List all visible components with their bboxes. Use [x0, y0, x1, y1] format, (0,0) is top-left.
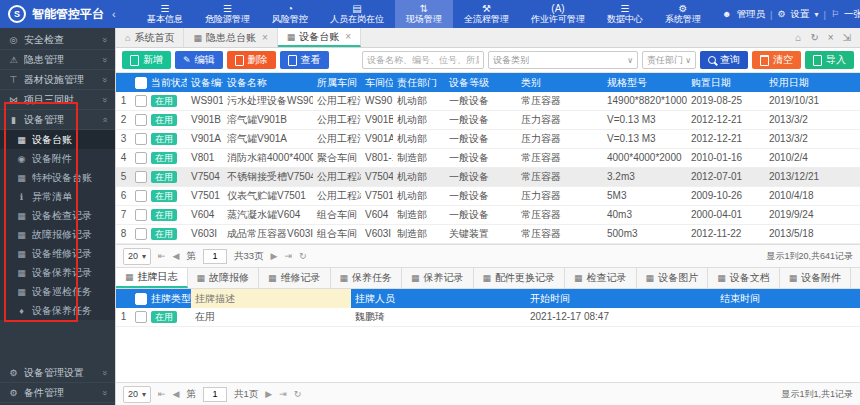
sidebar-group[interactable]: ⚙备件管理»: [0, 383, 115, 403]
topnav-item[interactable]: ▤人员在岗在位: [319, 0, 395, 28]
row-checkbox[interactable]: [135, 152, 147, 164]
page-input[interactable]: [203, 249, 227, 264]
topnav-item[interactable]: (A)作业许可管理: [520, 0, 596, 28]
query-button[interactable]: 查询: [700, 51, 748, 69]
map-menu[interactable]: 一张图: [844, 8, 860, 21]
delete-button[interactable]: 删除: [227, 51, 276, 69]
settings-menu[interactable]: 设置: [791, 8, 810, 21]
view-button[interactable]: 查看: [280, 51, 329, 69]
add-button[interactable]: 新增: [122, 51, 171, 69]
sidebar-item[interactable]: ▦设备台账: [0, 130, 115, 149]
column-header: 挂牌人员: [351, 289, 526, 308]
row-checkbox[interactable]: [135, 190, 147, 202]
refresh-icon[interactable]: ↻: [299, 251, 307, 261]
row-checkbox[interactable]: [135, 133, 147, 145]
table-row[interactable]: 4在用V801消防水箱4000*4000*...聚合车间V801-1制造部一般设…: [116, 149, 860, 168]
row-checkbox[interactable]: [135, 209, 147, 221]
refresh-icon[interactable]: ↻: [810, 32, 818, 43]
sidebar-group[interactable]: ▮设备管理»: [0, 110, 115, 130]
tab[interactable]: ▦设备台账×: [278, 28, 361, 47]
status-cell: 在用: [147, 92, 187, 111]
topnav-item[interactable]: ◔风险管控: [261, 0, 319, 28]
close-icon[interactable]: ×: [345, 31, 351, 42]
first-page-icon[interactable]: ⇤: [158, 389, 166, 399]
page-input[interactable]: [203, 387, 227, 402]
topnav-item[interactable]: ☰数据中心: [596, 0, 654, 28]
topnav-item[interactable]: ☰基本信息: [136, 0, 194, 28]
next-page-icon[interactable]: ▶: [265, 389, 272, 399]
sidebar-item[interactable]: ◉设备附件: [0, 149, 115, 168]
sidebar-group[interactable]: ⚙设备管理设置»: [0, 363, 115, 383]
table-row[interactable]: 6在用V7501仪表气贮罐V7501公用工程冰机V7501机动部一般设备压力容器…: [116, 187, 860, 206]
row-checkbox[interactable]: [135, 171, 147, 183]
dept-select[interactable]: 责任部门∨: [642, 51, 696, 69]
close-icon[interactable]: ×: [828, 32, 834, 43]
sidebar-item[interactable]: ▦设备巡检任务: [0, 282, 115, 301]
row-checkbox[interactable]: [135, 95, 147, 107]
search-input[interactable]: [362, 51, 484, 69]
detail-tab[interactable]: ▦设备附件: [780, 268, 852, 288]
detail-tab[interactable]: ▦维修记录: [259, 268, 331, 288]
page-size-select[interactable]: 20▾: [123, 248, 151, 265]
cell: 一般设备: [445, 168, 517, 187]
refresh-icon[interactable]: ↻: [294, 389, 302, 399]
table-row[interactable]: 1在用在用魏鹏琦2021-12-17 08:47: [116, 308, 860, 327]
sidebar-group[interactable]: ⊤器材设施管理»: [0, 70, 115, 90]
category-select[interactable]: 设备类别∨: [488, 51, 638, 69]
last-page-icon[interactable]: ⇥: [279, 389, 287, 399]
table-row[interactable]: 7在用V604蒸汽凝水罐V604组合车间V604制造部一般设备常压容器40m32…: [116, 206, 860, 225]
select-all-checkbox[interactable]: [135, 293, 147, 305]
prev-page-icon[interactable]: ◀: [173, 251, 180, 261]
topnav-item[interactable]: ☰危险源管理: [194, 0, 261, 28]
table-row[interactable]: 5在用V7504不锈钢接受槽V7504公用工程冰机V7504机动部一般设备常压容…: [116, 168, 860, 187]
detail-tab[interactable]: ▦配件更换记录: [474, 268, 566, 288]
sidebar-item[interactable]: ▦设备保养记录: [0, 263, 115, 282]
topnav-item[interactable]: ⚒全流程管理: [453, 0, 520, 28]
sidebar-item[interactable]: ▦故障报修记录: [0, 225, 115, 244]
edit-button[interactable]: ✎编辑: [175, 51, 223, 69]
detail-tab[interactable]: ▦设备文档: [708, 268, 780, 288]
row-number: 6: [116, 187, 131, 206]
detail-tab[interactable]: ▦设备图片: [637, 268, 709, 288]
topnav-label: 危险源管理: [205, 15, 250, 24]
detail-tab[interactable]: ▦保养任务: [331, 268, 403, 288]
last-page-icon[interactable]: ⇥: [285, 251, 293, 261]
user-name[interactable]: 管理员: [736, 8, 765, 21]
maximize-icon[interactable]: ⇲: [843, 32, 851, 43]
sidebar-item[interactable]: ♦设备保养任务: [0, 301, 115, 320]
table-row[interactable]: 2在用V901B溶气罐V901B公用工程污水V901B机动部一般设备压力容器V=…: [116, 111, 860, 130]
row-checkbox[interactable]: [135, 114, 147, 126]
sidebar-item[interactable]: ▦设备检查记录: [0, 206, 115, 225]
topnav-item[interactable]: ⚙系统管理: [654, 0, 712, 28]
sidebar-group[interactable]: ⚠隐患管理»: [0, 50, 115, 70]
first-page-icon[interactable]: ⇤: [158, 251, 166, 261]
clear-button[interactable]: 清空: [752, 51, 801, 69]
table-row[interactable]: 3在用V901A溶气罐V901A公用工程污水V901A机动部一般设备压力容器V=…: [116, 130, 860, 149]
sidebar-item[interactable]: ▦设备维修记录: [0, 244, 115, 263]
sidebar-group[interactable]: ⋈项目三同时»: [0, 90, 115, 110]
next-page-icon[interactable]: ▶: [271, 251, 278, 261]
detail-tab[interactable]: ▦保养记录: [402, 268, 474, 288]
close-icon[interactable]: ×: [262, 32, 268, 43]
tab[interactable]: ⌂系统首页: [116, 28, 184, 47]
table-row[interactable]: 8在用V603I成品常压容器V603I组合车间V603I制造部关键装置常压容器5…: [116, 225, 860, 244]
import-button[interactable]: 导入: [805, 51, 854, 69]
table-row[interactable]: 1在用WS901污水处理设备WS901公用工程污水WS901机动部一般设备常压容…: [116, 92, 860, 111]
page-size-select[interactable]: 20▾: [123, 386, 151, 403]
topnav-item[interactable]: ⇅现场管理: [395, 0, 453, 28]
tab[interactable]: ▦隐患总台账×: [184, 28, 277, 47]
chevron-down-icon: ∨: [627, 56, 633, 65]
detail-tab[interactable]: ▦故障报修: [188, 268, 260, 288]
chevron-icon: »: [99, 117, 109, 122]
sidebar-item[interactable]: ▦特种设备台账: [0, 168, 115, 187]
home-icon[interactable]: ⌂: [795, 32, 801, 43]
prev-page-icon[interactable]: ◀: [173, 389, 180, 399]
detail-tab[interactable]: ▦检查记录: [565, 268, 637, 288]
sidebar-group[interactable]: ◎安全检查»: [0, 30, 115, 50]
sidebar-item[interactable]: ℹ异常清单: [0, 187, 115, 206]
detail-tab[interactable]: ▦挂牌日志: [116, 268, 188, 288]
sidebar-collapse-icon[interactable]: ‹: [112, 8, 116, 20]
row-checkbox[interactable]: [135, 228, 147, 240]
row-checkbox[interactable]: [135, 311, 147, 323]
select-all-checkbox[interactable]: [135, 77, 147, 89]
